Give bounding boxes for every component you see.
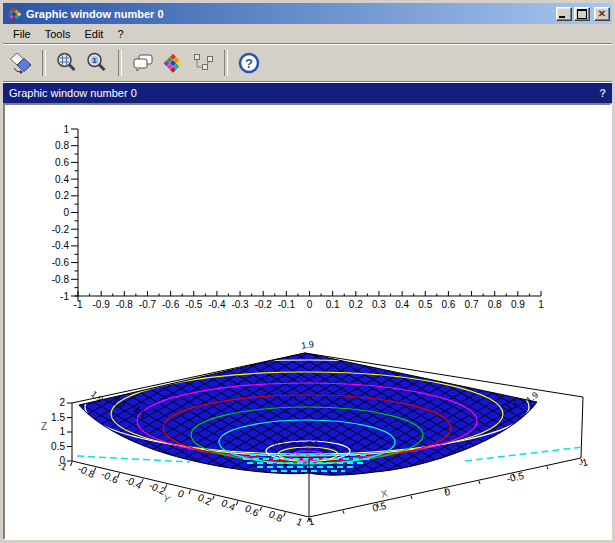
svg-text:1.5: 1.5: [51, 412, 65, 423]
svg-text:0.7: 0.7: [465, 299, 479, 310]
titlebar[interactable]: Graphic window number 0 ✕: [3, 3, 612, 24]
original-view-icon: 1: [85, 51, 109, 75]
svg-text:-0.2: -0.2: [255, 299, 273, 310]
svg-text:2: 2: [59, 397, 65, 408]
svg-text:-0.9: -0.9: [93, 299, 111, 310]
svg-text:0: 0: [63, 207, 69, 218]
svg-text:-0.2: -0.2: [52, 224, 70, 235]
svg-text:1: 1: [295, 516, 305, 529]
svg-text:0.2: 0.2: [55, 190, 69, 201]
close-icon: ✕: [598, 9, 606, 19]
svg-text:-0.8: -0.8: [116, 299, 134, 310]
menu-file[interactable]: File: [6, 26, 38, 42]
svg-text:0.1: 0.1: [307, 439, 319, 448]
svg-text:0.2: 0.2: [349, 299, 363, 310]
rotate-icon: [9, 51, 33, 75]
svg-text:-0.1: -0.1: [278, 299, 296, 310]
close-button[interactable]: ✕: [594, 7, 610, 21]
scilab-3d-button[interactable]: [159, 48, 187, 78]
svg-text:-1: -1: [578, 456, 589, 469]
svg-text:-0.5: -0.5: [185, 299, 203, 310]
toolbar-separator: [224, 50, 228, 76]
minimize-icon: [559, 16, 565, 18]
svg-text:0.6: 0.6: [441, 299, 455, 310]
svg-text:1: 1: [92, 56, 97, 65]
toolbar-separator: [42, 50, 46, 76]
svg-text:X: X: [380, 487, 389, 499]
plot-3d: 21.510.50-1-0.8-0.6-0.4-0.200.20.40.60.8…: [41, 339, 589, 528]
svg-text:-0.8: -0.8: [76, 463, 97, 480]
original-view-button[interactable]: 1: [83, 48, 111, 78]
plots-svg: 10.80.60.40.20-0.2-0.4-0.6-0.8-1-1-0.9-0…: [5, 105, 608, 535]
menu-help[interactable]: ?: [110, 26, 130, 42]
svg-text:-0.6: -0.6: [162, 299, 180, 310]
app-icon: [6, 6, 22, 22]
svg-text:1: 1: [307, 516, 315, 528]
scilab-3d-icon: [161, 51, 185, 75]
svg-text:0.3: 0.3: [291, 440, 303, 449]
rotate-button[interactable]: [7, 48, 35, 78]
menubar: File Tools Edit ?: [3, 24, 612, 43]
svg-text:0.4: 0.4: [395, 299, 409, 310]
menu-edit[interactable]: Edit: [77, 26, 110, 42]
menu-tools[interactable]: Tools: [38, 26, 78, 42]
comments-icon: [131, 51, 155, 75]
svg-text:-1: -1: [74, 299, 83, 310]
maximize-button[interactable]: [574, 7, 590, 21]
minimize-button[interactable]: [556, 7, 572, 21]
svg-text:1: 1: [538, 299, 544, 310]
svg-text:-1: -1: [56, 459, 69, 473]
svg-text:0.5: 0.5: [371, 500, 387, 514]
window-title: Graphic window number 0: [26, 8, 556, 20]
graph-icon: [191, 51, 215, 75]
svg-text:0: 0: [176, 488, 186, 501]
svg-text:-0.6: -0.6: [52, 257, 70, 268]
help-icon: ?: [237, 51, 261, 75]
svg-text:1: 1: [63, 124, 69, 135]
plot-2d: 10.80.60.40.20-0.2-0.4-0.6-0.8-1-1-0.9-0…: [52, 124, 544, 311]
graphic-window: Graphic window number 0 ✕ File Tools Edi…: [0, 0, 615, 543]
svg-text:-1: -1: [60, 291, 69, 302]
svg-text:-0.3: -0.3: [231, 299, 249, 310]
graphics-canvas[interactable]: 10.80.60.40.20-0.2-0.4-0.6-0.8-1-1-0.9-0…: [3, 103, 612, 540]
svg-text:0.4: 0.4: [55, 174, 69, 185]
svg-text:-0.7: -0.7: [139, 299, 157, 310]
zoom-area-icon: [55, 51, 79, 75]
zoom-area-button[interactable]: [53, 48, 81, 78]
svg-text:0.5: 0.5: [51, 441, 65, 452]
graph-button[interactable]: [189, 48, 217, 78]
svg-text:0.8: 0.8: [488, 299, 502, 310]
svg-text:-0.4: -0.4: [208, 299, 226, 310]
maximize-icon: [577, 9, 587, 19]
svg-text:0.1: 0.1: [326, 299, 340, 310]
svg-text:0.6: 0.6: [55, 157, 69, 168]
svg-text:0.8: 0.8: [55, 140, 69, 151]
svg-text:0.9: 0.9: [511, 299, 525, 310]
infobar-title: Graphic window number 0: [9, 87, 137, 99]
svg-text:-0.8: -0.8: [52, 274, 70, 285]
svg-text:1: 1: [59, 426, 65, 437]
svg-text:-0.5: -0.5: [506, 470, 526, 484]
svg-text:0.5: 0.5: [418, 299, 432, 310]
svg-text:Z: Z: [41, 421, 47, 432]
svg-text:1.9: 1.9: [301, 339, 315, 351]
help-button[interactable]: ?: [235, 48, 263, 78]
infobar-help-button[interactable]: ?: [599, 87, 606, 99]
svg-text:0.3: 0.3: [372, 299, 386, 310]
svg-text:0.5: 0.5: [273, 439, 285, 448]
svg-text:0: 0: [307, 299, 313, 310]
svg-text:-0.4: -0.4: [52, 240, 70, 251]
toolbar-separator: [118, 50, 122, 76]
svg-text:-0.4: -0.4: [123, 474, 144, 491]
infobar: Graphic window number 0 ?: [3, 83, 612, 103]
svg-text:?: ?: [245, 56, 253, 71]
comments-button[interactable]: [129, 48, 157, 78]
toolbar: 1: [3, 45, 612, 81]
svg-text:0: 0: [443, 486, 451, 498]
svg-text:-0.6: -0.6: [100, 468, 121, 485]
